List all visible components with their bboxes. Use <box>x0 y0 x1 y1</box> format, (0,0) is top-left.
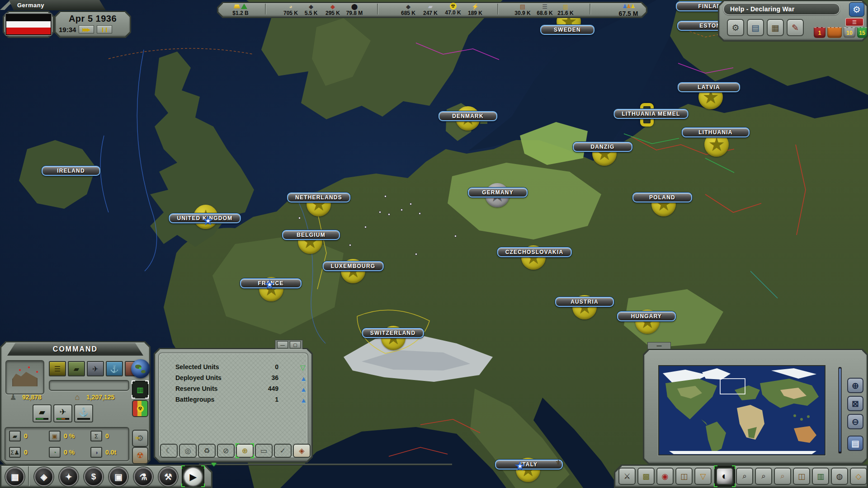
country-label-latvia[interactable]: LATVIA <box>678 82 740 92</box>
message-pocket-gray[interactable]: 10 <box>844 27 855 38</box>
minimap-zoom-in-button[interactable]: ⊕ <box>847 378 863 393</box>
message-delete-badge[interactable]: ☰ <box>845 18 863 26</box>
filter-land-units-button[interactable]: ☰ <box>49 361 66 376</box>
resource-electricity[interactable]: ⚡ 189 K <box>457 3 493 16</box>
terrain-map-button[interactable]: ▩ <box>637 468 655 485</box>
command-panel-title: COMMAND <box>7 343 143 356</box>
supply-crate-icon: ▣ <box>49 431 61 441</box>
country-label-lithuania[interactable]: LITHUANIA <box>682 127 750 137</box>
country-label-austria[interactable]: AUSTRIA <box>555 297 614 307</box>
fast-forward-button[interactable]: ▶▶▶ <box>79 25 94 33</box>
country-label-czechoslovakia[interactable]: CZECHOSLOVAKIA <box>497 247 572 257</box>
resource-petroleum[interactable]: ⬤ 79.8 M <box>336 3 373 16</box>
country-label-sweden[interactable]: SWEDEN <box>540 25 594 35</box>
statistics-button[interactable]: ▥ <box>812 468 829 485</box>
country-label-italy[interactable]: ITALY <box>495 460 563 469</box>
player-country-tab[interactable]: Germany <box>9 0 106 10</box>
inspect-land-button[interactable]: ⌕ <box>736 468 753 485</box>
map-notes-button[interactable]: ✎ <box>787 19 804 36</box>
separator <box>497 4 498 14</box>
country-label-germany[interactable]: GERMANY <box>468 188 528 197</box>
land-units-button[interactable]: ▰ <box>33 404 52 422</box>
country-label-luxembourg[interactable]: LUXEMBOURG <box>323 261 384 271</box>
city-dot <box>384 195 387 197</box>
country-label-switzerland[interactable]: SWITZERLAND <box>362 328 424 338</box>
capital-city-star-paris[interactable]: ★ <box>265 280 274 290</box>
units-button[interactable]: ⚒ <box>159 467 178 486</box>
runway-button[interactable]: ▭ <box>255 444 273 458</box>
map-overview-button[interactable]: ▦ <box>5 467 24 486</box>
message-pocket-green[interactable]: 15 <box>857 27 867 38</box>
collapse-arrow-blue[interactable]: ▲ <box>300 396 307 405</box>
minimap-fit-button[interactable]: ⊠ <box>847 396 863 411</box>
minimap-zoom-out-button[interactable]: ⊖ <box>847 414 863 429</box>
pause-button[interactable]: ❙❙ <box>97 25 112 33</box>
base-button[interactable] <box>5 360 44 394</box>
country-label-poland[interactable]: POLAND <box>632 192 692 202</box>
message-pocket-red[interactable]: 1 <box>814 27 826 38</box>
filter-armor-button[interactable]: ▰ <box>68 361 85 376</box>
trade-routes-button[interactable]: ◫ <box>793 468 810 485</box>
minimap-minimize-tab[interactable]: — <box>647 342 671 349</box>
country-label-hungary[interactable]: HUNGARY <box>617 311 676 321</box>
unit-details-button[interactable]: ◈ <box>293 444 311 458</box>
confirm-orders-button[interactable]: ✓ <box>274 444 292 458</box>
globe-icon[interactable] <box>131 359 150 378</box>
capital-city-star-rome[interactable]: ★ <box>515 461 524 471</box>
world-relations-button[interactable]: ◍ <box>831 468 848 485</box>
country-label-belgium[interactable]: BELGIUM <box>282 230 340 240</box>
message-pocket-orange[interactable] <box>827 27 842 38</box>
air-units-button[interactable]: ✈ <box>53 404 72 422</box>
window-maximize-button[interactable]: ▢ <box>290 341 301 348</box>
population[interactable]: ♟♟♟ 67.5 M <box>606 3 651 17</box>
nuclear-strike-button[interactable]: ☢ <box>132 447 148 464</box>
research-button[interactable]: ⚗ <box>134 467 153 486</box>
player-flag-frame[interactable] <box>3 11 54 38</box>
inspect-diplomacy-button[interactable]: ⌕ <box>774 468 791 485</box>
minimap-screen[interactable] <box>658 365 826 455</box>
collapse-arrow-blue[interactable]: ▲ <box>300 374 307 383</box>
expand-arrow-green[interactable]: ▽ <box>300 363 306 372</box>
calendar-button[interactable]: ▦ <box>767 19 784 36</box>
unit-search-field[interactable] <box>49 380 129 391</box>
sleep-units-button[interactable]: ☾ <box>160 444 178 458</box>
filter-air-button[interactable]: ✈ <box>87 361 104 376</box>
defcon-meter-button[interactable]: ☢ <box>132 400 148 417</box>
country-label-denmark[interactable]: DENMARK <box>439 111 497 121</box>
country-label-ireland[interactable]: IRELAND <box>42 166 100 176</box>
military-mode-button[interactable]: ⚔ <box>618 468 636 485</box>
recycle-units-button[interactable]: ♻ <box>198 444 216 458</box>
collapse-arrow-blue[interactable]: ▲ <box>300 385 307 394</box>
production-button[interactable]: ▣ <box>109 467 128 486</box>
world-markers-button[interactable]: ◇ <box>850 468 867 485</box>
diplomacy-button[interactable]: ✦ <box>59 467 78 486</box>
supply-convoy-button[interactable]: ▥ <box>132 381 148 398</box>
unit-upgrade-button[interactable]: ⚙≫ <box>132 430 148 447</box>
hold-orders-button[interactable]: ⊘ <box>217 444 235 458</box>
resource-military-goods[interactable]: ▥ 21.6 K <box>547 3 584 16</box>
inspect-artillery-button[interactable]: ⌕ <box>755 468 772 485</box>
supply-map-button[interactable]: ◫ <box>675 468 693 485</box>
filter-navy-button[interactable]: ⚓ <box>106 361 123 376</box>
settings-gear-button[interactable]: ⚙ <box>849 2 864 17</box>
country-label-lithuania-memel[interactable]: LITHUANIA MEMEL <box>614 109 689 119</box>
alert-units-button[interactable]: ◎ <box>179 444 197 458</box>
defense-button[interactable]: ▶ <box>184 467 203 486</box>
minimap-zoom-slider[interactable] <box>838 367 842 454</box>
economy-button[interactable]: $ <box>84 467 103 486</box>
globe-view-button[interactable]: ◐ <box>716 468 733 485</box>
country-label-netherlands[interactable]: NETHERLANDS <box>287 192 350 202</box>
filter-cycle-button[interactable]: ▽ <box>694 468 712 485</box>
capital-city-star-london[interactable]: ★ <box>203 216 212 226</box>
window-minimize-button[interactable]: — <box>277 341 288 348</box>
reference-book-button[interactable]: ▤ <box>747 19 764 36</box>
location-pin-button[interactable]: ◉ <box>656 468 674 485</box>
treasury[interactable]: $1.2 B <box>222 3 259 16</box>
country-label-danzig[interactable]: DANZIG <box>573 142 632 152</box>
help-title[interactable]: Help - Declaring War <box>723 3 840 15</box>
select-all-button[interactable]: ⊕ <box>236 444 254 458</box>
naval-units-button[interactable]: ⚓ <box>74 404 93 422</box>
minimap-mode-button[interactable]: ▤ <box>847 436 863 451</box>
options-button[interactable]: ⚙ <box>727 19 744 36</box>
politics-button[interactable]: ◈ <box>34 467 53 486</box>
